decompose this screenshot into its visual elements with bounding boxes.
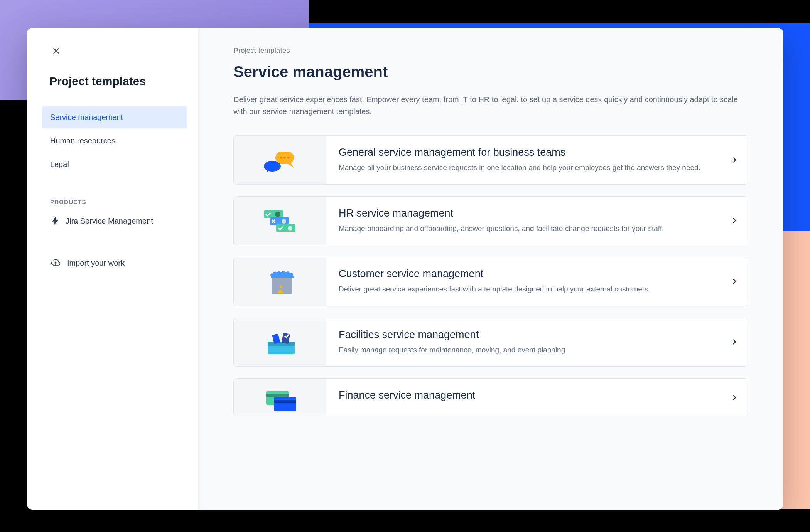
close-icon [52, 46, 61, 56]
card-description: Manage onboarding and offboarding, answe… [339, 223, 709, 234]
storefront-icon [261, 266, 299, 297]
svg-point-8 [282, 219, 286, 224]
sidebar-item-legal[interactable]: Legal [42, 153, 187, 175]
page-title: Service management [233, 63, 748, 81]
bg-decor-peach [779, 231, 810, 532]
chat-bubbles-icon [261, 145, 299, 175]
bg-decor-bottom [0, 509, 810, 532]
card-body: Finance service management [326, 379, 721, 416]
chevron-right-icon [731, 394, 737, 401]
templates-modal: Project templates Service management Hum… [27, 28, 783, 510]
template-card-general-service[interactable]: General service management for business … [233, 135, 748, 185]
product-jira-service-management[interactable]: Jira Service Management [42, 212, 187, 230]
cloud-upload-icon [50, 258, 61, 268]
breadcrumb[interactable]: Project templates [233, 46, 748, 55]
sidebar-item-label: Service management [50, 113, 123, 121]
card-body: HR service management Manage onboarding … [326, 197, 721, 245]
template-card-facilities-service[interactable]: Facilities service management Easily man… [233, 318, 748, 367]
template-card-finance-service[interactable]: Finance service management [233, 378, 748, 416]
sidebar: Project templates Service management Hum… [27, 28, 199, 510]
svg-point-3 [284, 157, 285, 158]
card-description: Easily manage requests for maintenance, … [339, 345, 709, 356]
product-label: Jira Service Management [66, 217, 153, 226]
card-chevron [721, 136, 748, 184]
card-body: General service management for business … [326, 136, 721, 184]
svg-rect-20 [274, 400, 296, 403]
card-title: Customer service management [339, 268, 709, 280]
sidebar-item-label: Legal [50, 160, 69, 168]
svg-point-10 [288, 226, 292, 231]
card-title: Facilities service management [339, 329, 709, 341]
card-chevron [721, 318, 748, 367]
import-your-work-button[interactable]: Import your work [42, 253, 187, 273]
chevron-right-icon [731, 217, 737, 224]
card-illustration [234, 257, 326, 306]
card-description: Manage all your business service request… [339, 162, 709, 173]
card-title: HR service management [339, 207, 709, 219]
toolbox-icon [261, 327, 299, 357]
chevron-right-icon [731, 278, 737, 285]
svg-point-12 [280, 286, 282, 288]
sidebar-title: Project templates [49, 75, 187, 88]
chevron-right-icon [731, 157, 737, 163]
card-illustration [234, 379, 326, 416]
template-card-customer-service[interactable]: Customer service management Deliver grea… [233, 257, 748, 306]
sidebar-item-label: Human reseources [50, 136, 115, 145]
card-chevron [721, 379, 748, 416]
svg-rect-19 [274, 397, 296, 411]
chevron-right-icon [731, 339, 737, 345]
svg-rect-14 [268, 342, 295, 346]
card-body: Customer service management Deliver grea… [326, 257, 721, 306]
sidebar-item-human-resources[interactable]: Human reseources [42, 130, 187, 152]
products-section-label: PRODUCTS [50, 199, 187, 205]
card-title: Finance service management [339, 389, 709, 401]
card-chevron [721, 257, 748, 306]
card-illustration [234, 197, 326, 245]
jsm-bolt-icon [50, 216, 60, 226]
card-chevron [721, 197, 748, 245]
close-button[interactable] [49, 44, 63, 58]
template-card-hr-service[interactable]: HR service management Manage onboarding … [233, 196, 748, 246]
svg-rect-18 [266, 394, 289, 397]
card-description: Deliver great service experiences fast w… [339, 284, 709, 295]
card-illustration [234, 318, 326, 367]
card-body: Facilities service management Easily man… [326, 318, 721, 367]
card-illustration [234, 136, 326, 184]
sidebar-item-service-management[interactable]: Service management [42, 106, 187, 128]
card-title: General service management for business … [339, 146, 709, 158]
credit-cards-icon [261, 382, 299, 413]
svg-point-6 [275, 212, 280, 217]
page-description: Deliver great service experiences fast. … [233, 94, 742, 118]
hr-cards-icon [261, 205, 299, 236]
main-panel: Project templates Service management Del… [199, 28, 783, 510]
svg-point-2 [280, 157, 282, 158]
svg-point-4 [287, 157, 289, 158]
import-label: Import your work [67, 259, 125, 268]
